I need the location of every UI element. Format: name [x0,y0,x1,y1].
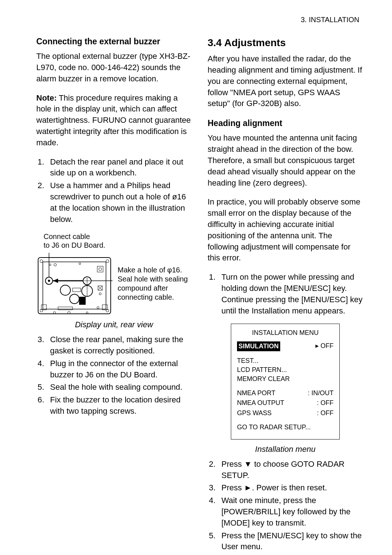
figure-top-label: Connect cable to J6 on DU Board. [44,232,192,250]
svg-point-8 [79,263,81,265]
heading-alignment: Heading alignment [208,117,363,129]
svg-point-2 [40,260,43,263]
step-2: Use a hammer and a Philips head screwdri… [46,180,192,225]
figure-side-note: Make a hole of φ16. Seal hole with seali… [118,266,192,302]
svg-marker-16 [53,279,58,283]
svg-point-30 [70,294,79,304]
menu-simulation-label: SIMULATION [237,341,280,351]
svg-point-35 [99,268,102,271]
align-step-4: Wait one minute, press the [POWER/BRILL]… [218,495,363,528]
left-column: Connecting the external buzzer The optio… [36,36,192,555]
align-step-3: Press ►. Power is then reset. [218,482,363,494]
right-column: 3.4 Adjustments After you have installed… [208,36,363,555]
menu-nmea-port-val: : IN/OUT [308,389,334,398]
step-1: Detach the rear panel and place it out s… [46,157,192,179]
para-adjust-intro: After you have installed the radar, do t… [208,53,363,109]
menu-gps-wass-val: : OFF [317,409,334,418]
align-step-2: Press ▼ to choose GOTO RADAR SETUP. [218,459,363,481]
step-3: Close the rear panel, making sure the ga… [46,334,192,357]
figure-display-unit: Connect cable to J6 on DU Board. [36,232,192,316]
svg-point-21 [60,285,70,295]
buzzer-steps-a: Detach the rear panel and place it out s… [36,157,192,225]
svg-rect-36 [97,266,103,272]
page-header: 3. INSTALLATION [36,15,363,25]
menu-item-test: TEST... [237,356,334,365]
figure-caption: Display unit, rear view [36,319,192,331]
para-note: Note: This procedure requires making a h… [36,93,192,149]
align-steps-a: Turn on the power while pressing and hol… [208,272,363,316]
svg-point-11 [86,312,88,314]
align-step-1: Turn on the power while pressing and hol… [218,272,363,316]
para-align-2: In practice, you will probably observe s… [208,197,363,264]
align-steps-b: Press ▼ to choose GOTO RADAR SETUP. Pres… [208,459,363,552]
menu-group-1: TEST... LCD PATTERN... MEMORY CLEAR [237,356,334,384]
para-buzzer-intro: The optional external buzzer (type XH3-B… [36,51,192,84]
menu-item-memory: MEMORY CLEAR [237,374,334,384]
step-6: Fix the buzzer to the location desired w… [46,394,192,417]
svg-point-28 [99,293,101,295]
svg-rect-1 [43,262,106,309]
svg-rect-29 [79,297,86,305]
menu-nmea-output-label: NMEA OUTPUT [237,398,284,408]
installation-menu-box: INSTALLATION MENU SIMULATION ▸ OFF TEST.… [231,324,340,439]
display-unit-diagram [36,251,113,316]
menu-title: INSTALLATION MENU [237,328,334,337]
step-4: Plug in the connector of the external bu… [46,358,192,381]
menu-gps-wass-label: GPS WASS [237,409,271,418]
content-columns: Connecting the external buzzer The optio… [36,36,363,555]
svg-point-3 [106,260,109,263]
svg-point-14 [48,280,50,282]
svg-point-6 [49,264,51,266]
menu-group-2: NMEA PORT : IN/OUT NMEA OUTPUT : OFF GPS… [237,389,334,418]
heading-buzzer: Connecting the external buzzer [36,36,192,47]
menu-item-lcd: LCD PATTERN... [237,365,334,374]
buzzer-steps-b: Close the rear panel, making sure the ga… [36,334,192,417]
svg-rect-22 [73,288,81,292]
svg-point-34 [97,307,99,309]
svg-point-7 [54,264,57,266]
menu-simulation-value: ▸ OFF [315,341,334,351]
align-step-5: Press the [MENU/ESC] key to show the Use… [218,530,363,553]
heading-adjustments: 3.4 Adjustments [208,36,363,50]
svg-rect-33 [58,307,73,310]
menu-nmea-output-val: : OFF [317,398,334,408]
step-5: Seal the hole with sealing compound. [46,382,192,393]
menu-nmea-port-label: NMEA PORT [237,389,275,398]
menu-caption: Installation menu [208,444,363,455]
menu-footer: GO TO RADAR SETUP... [237,423,334,432]
para-align-1: You have mounted the antenna unit facing… [208,133,363,189]
note-text: This procedure requires making a hole in… [36,93,191,147]
note-label: Note: [36,93,57,102]
